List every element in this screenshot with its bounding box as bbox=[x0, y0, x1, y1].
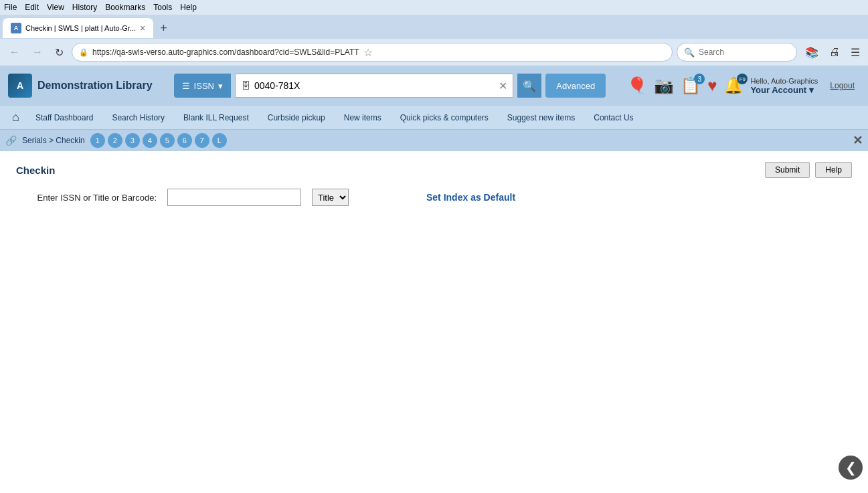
app-content: A Demonstration Library ☰ ISSN ▾ 🗄 ✕ 🔍 A… bbox=[0, 66, 868, 493]
header-icons: 🎈 📷 📋 3 ♥ 🔔 F9 Hello, Auto-Graphics bbox=[627, 76, 860, 95]
logout-button[interactable]: Logout bbox=[824, 80, 860, 92]
new-tab-button[interactable]: + bbox=[155, 19, 173, 38]
menu-bar: File Edit View History Bookmarks Tools H… bbox=[0, 0, 868, 15]
camera-icon: 📷 bbox=[654, 76, 674, 95]
section-title: Checkin bbox=[16, 165, 55, 176]
issn-title-barcode-input[interactable] bbox=[167, 189, 301, 206]
bell-icon-wrap[interactable]: 🔔 F9 bbox=[723, 76, 744, 95]
app-title: Demonstration Library bbox=[37, 80, 153, 92]
breadcrumb-text: Serials > Checkin bbox=[22, 136, 85, 145]
menu-icon[interactable]: ☰ bbox=[848, 45, 863, 60]
search-type-icon: ☰ bbox=[182, 81, 190, 91]
nav-item-suggest-new-items[interactable]: Suggest new items bbox=[498, 108, 584, 128]
tab-numbers: 1 2 3 4 5 6 7 L bbox=[90, 133, 227, 148]
heart-icon-wrap[interactable]: ♥ bbox=[707, 76, 717, 95]
menu-bookmarks[interactable]: Bookmarks bbox=[105, 3, 145, 12]
form-label: Enter ISSN or Title or Barcode: bbox=[16, 193, 157, 203]
section-actions: Submit Help bbox=[765, 162, 852, 178]
index-type-select[interactable]: Title bbox=[312, 189, 349, 206]
pocket-icon[interactable]: 📚 bbox=[802, 45, 821, 60]
main-section: Checkin Submit Help Enter ISSN or Title … bbox=[0, 151, 868, 493]
section-header: Checkin Submit Help bbox=[16, 162, 852, 178]
nav-item-search-history[interactable]: Search History bbox=[102, 108, 174, 128]
menu-help[interactable]: Help bbox=[180, 3, 197, 12]
search-go-button[interactable]: 🔍 bbox=[517, 74, 541, 98]
address-bar-input-wrap: 🔒 https://qa-swls-verso.auto-graphics.co… bbox=[72, 43, 673, 62]
back-arrow-button[interactable]: ❮ bbox=[839, 456, 863, 480]
search-input[interactable] bbox=[254, 80, 495, 91]
refresh-button[interactable]: ↻ bbox=[51, 45, 68, 60]
search-type-dropdown[interactable]: ☰ ISSN ▾ bbox=[174, 74, 231, 98]
tab-num-6[interactable]: 6 bbox=[177, 133, 192, 148]
user-greeting: Hello, Auto-Graphics bbox=[750, 77, 818, 85]
menu-history[interactable]: History bbox=[72, 3, 97, 12]
favorite-icon[interactable]: ☆ bbox=[363, 46, 373, 59]
app-header: A Demonstration Library ☰ ISSN ▾ 🗄 ✕ 🔍 A… bbox=[0, 66, 868, 106]
browser-actions: 🔍 📚 🖨 ☰ bbox=[677, 43, 863, 62]
app-logo: A Demonstration Library bbox=[8, 74, 153, 98]
breadcrumb-tab-bar: 🔗 Serials > Checkin 1 2 3 4 5 6 7 L ✕ bbox=[0, 130, 868, 151]
tab-title: Checkin | SWLS | platt | Auto-Gr... bbox=[25, 24, 136, 32]
database-icon: 🗄 bbox=[241, 80, 250, 91]
print-icon[interactable]: 🖨 bbox=[827, 45, 843, 60]
advanced-search-button[interactable]: Advanced bbox=[545, 74, 606, 98]
nav-home-button[interactable]: ⌂ bbox=[5, 110, 26, 124]
nav-item-quick-picks[interactable]: Quick picks & computers bbox=[391, 108, 498, 128]
user-section: Hello, Auto-Graphics Your Account ▾ bbox=[750, 77, 818, 95]
address-bar: ← → ↻ 🔒 https://qa-swls-verso.auto-graph… bbox=[0, 39, 868, 66]
close-tab-button[interactable]: ✕ bbox=[853, 133, 863, 148]
search-input-wrap: 🗄 ✕ bbox=[235, 74, 513, 98]
tab-close-button[interactable]: × bbox=[140, 23, 145, 33]
tab-num-3[interactable]: 3 bbox=[125, 133, 140, 148]
tab-num-2[interactable]: 2 bbox=[108, 133, 122, 148]
account-link[interactable]: Your Account ▾ bbox=[750, 85, 818, 95]
back-button[interactable]: ← bbox=[5, 45, 24, 60]
form-row: Enter ISSN or Title or Barcode: Title Se… bbox=[16, 189, 852, 206]
active-browser-tab[interactable]: A Checkin | SWLS | platt | Auto-Gr... × bbox=[3, 18, 153, 38]
list-icon-wrap[interactable]: 📋 3 bbox=[681, 76, 701, 95]
tab-num-4[interactable]: 4 bbox=[143, 133, 157, 148]
search-section: ☰ ISSN ▾ 🗄 ✕ 🔍 Advanced bbox=[174, 74, 606, 98]
nav-item-curbside-pickup[interactable]: Curbside pickup bbox=[258, 108, 335, 128]
nav-bar: ⌂ Staff Dashboard Search History Blank I… bbox=[0, 106, 868, 130]
tab-bar: A Checkin | SWLS | platt | Auto-Gr... × … bbox=[0, 15, 868, 39]
nav-item-blank-ill-request[interactable]: Blank ILL Request bbox=[174, 108, 258, 128]
forward-button[interactable]: → bbox=[28, 45, 47, 60]
help-button[interactable]: Help bbox=[815, 162, 852, 178]
nav-item-new-items[interactable]: New items bbox=[335, 108, 391, 128]
nav-item-staff-dashboard[interactable]: Staff Dashboard bbox=[26, 108, 103, 128]
tab-num-7[interactable]: 7 bbox=[195, 133, 209, 148]
menu-tools[interactable]: Tools bbox=[153, 3, 172, 12]
menu-file[interactable]: File bbox=[4, 3, 17, 12]
camera-icon-wrap[interactable]: 📷 bbox=[654, 76, 674, 95]
balloon-icon-wrap[interactable]: 🎈 bbox=[627, 76, 647, 95]
tab-num-1[interactable]: 1 bbox=[90, 133, 105, 148]
set-index-as-default-link[interactable]: Set Index as Default bbox=[426, 192, 515, 203]
tab-num-5[interactable]: 5 bbox=[160, 133, 175, 148]
address-text: https://qa-swls-verso.auto-graphics.com/… bbox=[92, 47, 359, 57]
tab-favicon: A bbox=[11, 23, 21, 33]
search-type-label: ISSN bbox=[194, 81, 214, 91]
browser-search-wrap: 🔍 bbox=[677, 43, 797, 62]
lock-icon: 🔒 bbox=[79, 48, 88, 57]
breadcrumb-icon: 🔗 bbox=[5, 135, 17, 146]
logo-icon: A bbox=[8, 74, 32, 98]
menu-view[interactable]: View bbox=[47, 3, 64, 12]
submit-button[interactable]: Submit bbox=[765, 162, 810, 178]
bell-badge: F9 bbox=[737, 74, 748, 84]
browser-search-icon: 🔍 bbox=[684, 47, 695, 58]
menu-edit[interactable]: Edit bbox=[25, 3, 39, 12]
balloon-icon: 🎈 bbox=[627, 76, 647, 95]
search-clear-button[interactable]: ✕ bbox=[499, 80, 507, 92]
tab-num-l[interactable]: L bbox=[212, 133, 227, 148]
list-badge: 3 bbox=[694, 74, 705, 84]
browser-search-input[interactable] bbox=[699, 47, 779, 57]
browser-frame: File Edit View History Bookmarks Tools H… bbox=[0, 0, 868, 493]
nav-item-contact-us[interactable]: Contact Us bbox=[584, 108, 642, 128]
page-content: 🔗 Serials > Checkin 1 2 3 4 5 6 7 L ✕ Ch… bbox=[0, 130, 868, 493]
heart-icon: ♥ bbox=[707, 76, 717, 95]
search-type-chevron: ▾ bbox=[218, 81, 223, 91]
